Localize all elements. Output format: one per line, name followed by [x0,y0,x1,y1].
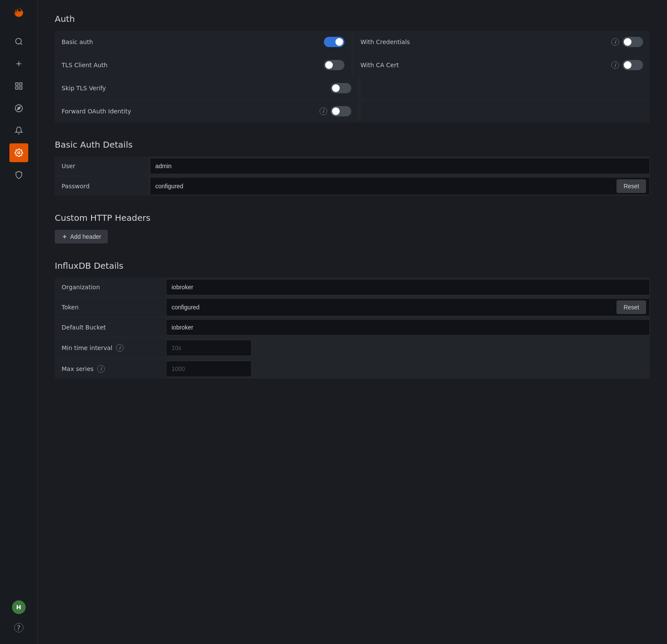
svg-marker-10 [17,107,20,110]
user-row: User [55,157,650,176]
basic-auth-label: Basic auth [62,39,320,45]
tls-client-auth-toggle[interactable] [324,60,344,70]
auth-section: Auth Basic auth With Credentials i [55,14,650,122]
svg-rect-7 [15,87,18,89]
auth-row-1: Basic auth With Credentials i [55,31,650,54]
password-control: Reset [150,177,650,195]
with-credentials-label: With Credentials [361,39,608,45]
forward-oauth-toggle[interactable] [331,106,351,116]
default-bucket-label: Default Bucket [55,318,166,337]
grafana-logo [11,5,27,22]
explore-icon[interactable] [9,99,28,118]
default-bucket-row: Default Bucket [55,317,650,337]
custom-http-headers-section: Custom HTTP Headers Add header [55,213,650,243]
password-input[interactable] [150,178,610,194]
with-credentials-info-icon[interactable]: i [611,38,619,46]
user-input[interactable] [150,158,649,174]
max-series-control [166,361,252,377]
organization-control [166,279,650,295]
auth-row-3: Skip TLS Verify [55,77,650,100]
token-input[interactable] [166,300,610,315]
user-control [150,158,650,174]
token-control: Reset [166,298,650,316]
custom-http-headers-title: Custom HTTP Headers [55,213,650,223]
basic-auth-details-grid: User Password Reset [55,157,650,196]
sidebar: H ? [0,0,38,644]
add-header-plus-icon [62,234,68,240]
skip-tls-label: Skip TLS Verify [62,85,327,92]
min-time-interval-row: Min time interval i [55,337,650,358]
min-time-interval-control [166,340,252,356]
tls-client-auth-label: TLS Client Auth [62,62,320,68]
tls-client-auth-cell: TLS Client Auth [55,54,351,76]
default-bucket-input[interactable] [166,320,649,335]
max-series-row: Max series i [55,358,650,379]
influxdb-details-section: InfluxDB Details Organization Token Rese… [55,261,650,379]
svg-point-1 [15,39,21,44]
user-label: User [55,157,149,175]
password-label: Password [55,177,149,196]
token-reset-button[interactable]: Reset [617,300,646,314]
forward-oauth-info-icon[interactable]: i [320,107,327,115]
with-ca-cert-toggle[interactable] [623,60,643,70]
password-reset-button[interactable]: Reset [617,179,646,193]
organization-input[interactable] [166,279,649,295]
svg-rect-5 [15,83,18,86]
basic-auth-cell: Basic auth [55,31,351,53]
min-time-interval-label: Min time interval i [55,338,166,358]
svg-line-2 [20,43,22,45]
max-series-label: Max series i [55,359,166,379]
help-icon[interactable]: ? [9,618,28,637]
auth-row-2: TLS Client Auth With CA Cert i [55,54,650,77]
default-bucket-control [166,319,650,335]
influxdb-details-grid: Organization Token Reset Default Bucket [55,278,650,379]
token-label: Token [55,298,166,317]
add-icon[interactable] [9,54,28,73]
influxdb-details-title: InfluxDB Details [55,261,650,271]
max-series-info-icon[interactable]: i [97,365,105,373]
search-icon[interactable] [9,32,28,51]
password-row: Password Reset [55,176,650,196]
forward-oauth-label: Forward OAuth Identity [62,108,316,115]
basic-auth-toggle[interactable] [324,37,344,47]
min-time-interval-info-icon[interactable]: i [116,344,124,352]
svg-point-11 [18,152,20,154]
main-content: Auth Basic auth With Credentials i [38,0,667,644]
with-ca-cert-cell: With CA Cert i [354,54,650,76]
settings-icon[interactable] [9,143,28,162]
with-ca-cert-label: With CA Cert [361,62,608,68]
basic-auth-details-title: Basic Auth Details [55,139,650,150]
avatar[interactable]: H [12,600,26,614]
auth-row-4: Forward OAuth Identity i [55,100,650,122]
auth-grid: Basic auth With Credentials i [55,31,650,122]
token-row: Token Reset [55,297,650,317]
with-credentials-cell: With Credentials i [354,31,650,53]
skip-tls-toggle[interactable] [331,83,351,93]
shield-icon[interactable] [9,166,28,184]
add-header-button[interactable]: Add header [55,230,108,243]
alerting-icon[interactable] [9,121,28,140]
svg-rect-8 [19,87,22,89]
with-ca-cert-info-icon[interactable]: i [611,61,619,69]
auth-title: Auth [55,14,650,24]
min-time-interval-input[interactable] [166,340,251,356]
svg-rect-6 [19,83,22,86]
forward-oauth-cell: Forward OAuth Identity i [55,100,358,122]
basic-auth-details-section: Basic Auth Details User Password Reset [55,139,650,196]
with-credentials-toggle[interactable] [623,37,643,47]
organization-row: Organization [55,278,650,297]
add-header-label: Add header [70,233,101,240]
skip-tls-cell: Skip TLS Verify [55,77,358,99]
organization-label: Organization [55,278,166,297]
dashboards-icon[interactable] [9,77,28,95]
max-series-input[interactable] [166,361,251,377]
